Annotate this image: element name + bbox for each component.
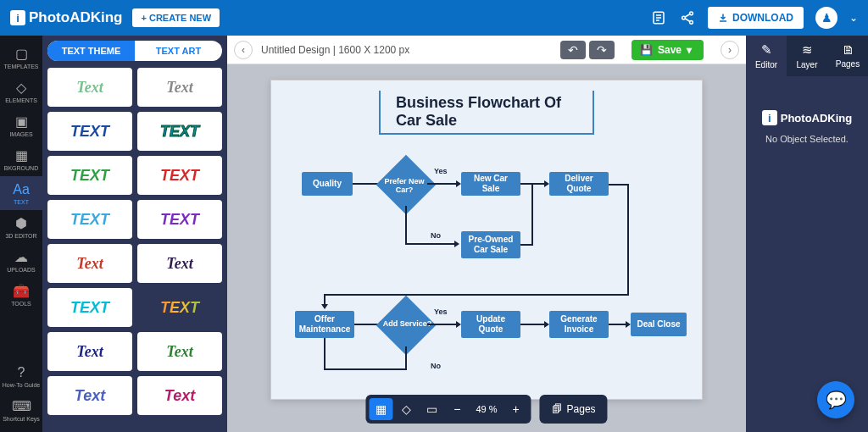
top-bar: i PhotoADKing + CREATE NEW DOWNLOAD ♟ ⌄ — [0, 0, 868, 36]
rtab-label: Editor — [755, 60, 777, 69]
text-theme-thumb[interactable]: TEXT — [137, 200, 222, 239]
text-theme-thumb[interactable]: Text — [137, 332, 222, 371]
chat-fab[interactable]: 💬 — [817, 381, 854, 418]
tab-editor[interactable]: ✎Editor — [746, 36, 787, 76]
node-newcar[interactable]: New Car Sale — [461, 172, 520, 196]
text-theme-thumb[interactable]: TEXT — [47, 200, 132, 239]
top-right-group: DOWNLOAD ♟ ⌄ — [650, 7, 858, 29]
rail-elements[interactable]: ◇ELEMENTS — [0, 75, 42, 108]
edge-label-no2: No — [431, 362, 441, 370]
text-theme-thumb[interactable]: TEXT — [137, 112, 222, 151]
text-theme-thumb[interactable]: TEXT — [137, 156, 222, 195]
brand-logo[interactable]: i PhotoADKing — [10, 9, 122, 26]
undo-button[interactable]: ↶ — [560, 41, 586, 59]
rail-bottom: ?How-To Guide ⌨Shortcut Keys — [0, 359, 42, 427]
pages-button[interactable]: 🗐Pages — [540, 395, 608, 424]
save-label: Save — [658, 44, 682, 56]
rail-label: UPLOADS — [7, 267, 35, 273]
node-deliver[interactable]: Deliver Quote — [549, 172, 609, 196]
grid-view-button[interactable]: ▦ — [369, 398, 392, 420]
rail-3d[interactable]: ⬢3D EDITOR — [0, 210, 42, 244]
logo-icon: i — [762, 110, 777, 125]
images-icon: ▣ — [15, 114, 28, 130]
node-quality[interactable]: Quality — [302, 172, 353, 196]
text-theme-thumb[interactable]: TEXT — [137, 288, 222, 327]
create-new-button[interactable]: + CREATE NEW — [132, 8, 220, 27]
edge — [405, 206, 407, 243]
zoom-in-button[interactable]: + — [504, 398, 528, 420]
brand-text: PhotoADKing — [29, 9, 122, 26]
pages-icon: 🗎 — [842, 42, 854, 57]
uploads-icon: ☁ — [14, 249, 28, 265]
layer-icon: ≋ — [802, 42, 813, 58]
text-theme-thumb[interactable]: Text — [47, 376, 132, 415]
templates-icon: ▢ — [15, 46, 28, 62]
rail-background[interactable]: ▦BKGROUND — [0, 142, 42, 176]
keyboard-icon: ⌨ — [12, 398, 31, 414]
node-preowned[interactable]: Pre-Owned Car Sale — [461, 231, 520, 258]
share-icon[interactable] — [679, 9, 696, 26]
editor-icon: ✎ — [761, 42, 772, 58]
bottom-toolbar: ▦ ◇ ▭ − 49 % + 🗐Pages — [365, 395, 607, 424]
text-theme-thumb[interactable]: Text — [47, 332, 132, 371]
logo-icon: i — [10, 10, 25, 25]
text-theme-thumb[interactable]: Text — [47, 68, 132, 107]
node-invoice[interactable]: Generate Invoice — [549, 311, 609, 338]
rail-label: TEXT — [14, 199, 29, 205]
text-theme-thumb[interactable]: TEXT — [47, 112, 132, 151]
user-avatar[interactable]: ♟ — [815, 7, 837, 29]
tab-pages[interactable]: 🗎Pages — [827, 36, 868, 76]
text-theme-thumb[interactable]: Text — [47, 244, 132, 283]
edge-label-no: No — [431, 231, 441, 240]
rail-uploads[interactable]: ☁UPLOADS — [0, 244, 42, 278]
help-icon: ? — [18, 365, 25, 380]
rtab-label: Layer — [796, 60, 817, 69]
text-theme-grid: Text Text TEXT TEXT TEXT TEXT TEXT TEXT … — [47, 68, 222, 415]
chevron-down-icon[interactable]: ⌄ — [849, 12, 858, 24]
right-panel: ✎Editor ≋Layer 🗎Pages iPhotoADKing No Ob… — [746, 36, 868, 432]
rail-label: How-To Guide — [3, 382, 40, 388]
eraser-button[interactable]: ◇ — [394, 398, 418, 420]
brand-text: PhotoADKing — [781, 112, 852, 125]
text-theme-thumb[interactable]: TEXT — [47, 288, 132, 327]
text-theme-thumb[interactable]: Text — [137, 68, 222, 107]
canvas-area[interactable]: Business Flowchart Of Car Sale Quality P… — [227, 64, 746, 432]
prev-page-button[interactable]: ‹ — [234, 41, 253, 59]
zoom-out-button[interactable]: − — [445, 398, 469, 420]
3d-icon: ⬢ — [15, 215, 27, 231]
rail-howto[interactable]: ?How-To Guide — [0, 359, 42, 393]
text-theme-thumb[interactable]: TEXT — [47, 156, 132, 195]
tab-text-theme[interactable]: TEXT THEME — [47, 41, 135, 61]
download-button[interactable]: DOWNLOAD — [708, 7, 804, 29]
notes-icon[interactable] — [650, 9, 667, 26]
edge — [427, 324, 458, 325]
rail-templates[interactable]: ▢TEMPLATES — [0, 41, 42, 75]
rail-images[interactable]: ▣IMAGES — [0, 108, 42, 142]
toolbar: ‹ Untitled Design | 1600 X 1200 px ↶ ↷ 💾… — [227, 36, 746, 64]
rail-tools[interactable]: 🧰TOOLS — [0, 278, 42, 312]
design-canvas[interactable]: Business Flowchart Of Car Sale Quality P… — [270, 80, 703, 400]
save-button[interactable]: 💾Save▾ — [632, 40, 704, 60]
arrow-icon — [454, 241, 459, 247]
text-theme-thumb[interactable]: Text — [137, 244, 222, 283]
node-offer[interactable]: Offer Maintenance — [295, 311, 354, 338]
rail-text[interactable]: AaTEXT — [0, 176, 42, 210]
tools-icon: 🧰 — [13, 283, 30, 299]
text-panel: TEXT THEME TEXT ART Text Text TEXT TEXT … — [42, 36, 227, 432]
no-selection-text: No Object Selected. — [765, 134, 849, 144]
document-title: Untitled Design | 1600 X 1200 px — [261, 44, 409, 56]
node-update[interactable]: Update Quote — [461, 311, 520, 338]
node-close[interactable]: Deal Close — [631, 313, 687, 336]
rail-shortcuts[interactable]: ⌨Shortcut Keys — [0, 393, 42, 427]
undo-redo-group: ↶ ↷ — [560, 41, 615, 59]
tab-layer[interactable]: ≋Layer — [787, 36, 827, 76]
next-page-button[interactable]: › — [721, 41, 739, 59]
edge — [520, 324, 546, 325]
left-rail: ▢TEMPLATES ◇ELEMENTS ▣IMAGES ▦BKGROUND A… — [0, 36, 42, 432]
screen-button[interactable]: ▭ — [420, 398, 443, 420]
text-theme-thumb[interactable]: Text — [137, 376, 222, 415]
redo-button[interactable]: ↷ — [589, 41, 615, 59]
edge — [531, 185, 533, 246]
rail-label: TOOLS — [11, 301, 31, 307]
tab-text-art[interactable]: TEXT ART — [135, 41, 222, 61]
